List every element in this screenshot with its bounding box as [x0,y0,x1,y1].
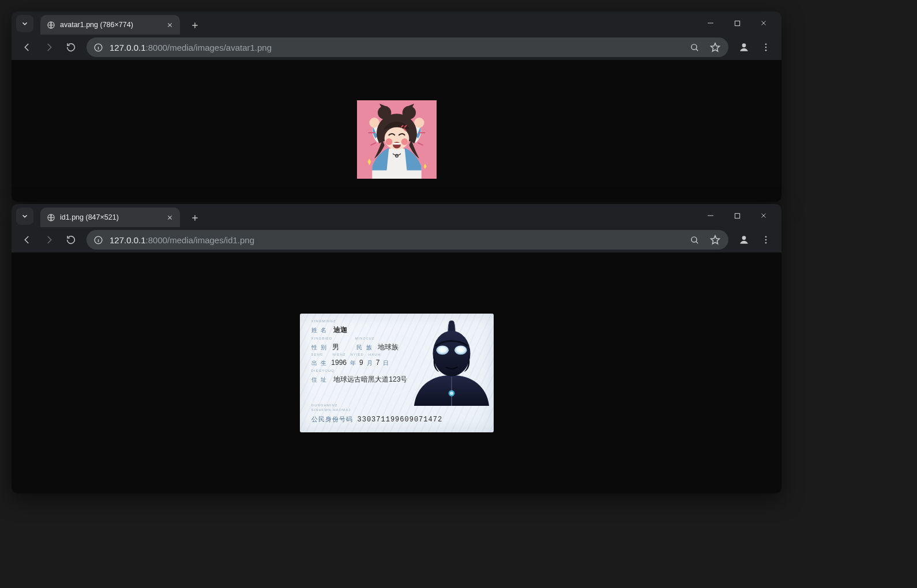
reload-icon [66,235,76,245]
zoom-button[interactable] [687,232,702,247]
tab-close-button[interactable] [165,20,174,29]
close-window-button[interactable] [750,14,777,32]
minimize-button[interactable] [697,14,724,32]
id-month-unit: 月 [367,359,373,367]
reload-button[interactable] [61,230,81,250]
svg-marker-24 [711,236,720,244]
url-host: 127.0.0.1 [110,43,146,52]
plus-icon [191,214,199,222]
avatar-image [357,100,437,179]
browser-toolbar: 127.0.0.1:8000/media/images/id1.png [12,227,781,252]
url-text: 127.0.0.1:8000/media/images/avatar1.png [110,43,272,52]
svg-point-10 [369,118,379,127]
id-birth-label: 出 生 [311,359,328,367]
browser-window-top: avatar1.png (786×774) [12,12,781,202]
site-info-button[interactable] [92,234,104,246]
id-photo [412,321,491,406]
maximize-icon [734,20,741,27]
content-area[interactable] [12,60,781,202]
id-number-value: 330371199609071472 [358,416,443,424]
user-icon [738,42,750,53]
info-icon [93,43,103,52]
arrow-left-icon [22,42,32,52]
arrow-right-icon [44,235,54,245]
globe-icon [46,213,55,222]
window-controls [697,12,777,35]
svg-point-17 [393,142,401,149]
bookmark-button[interactable] [708,40,723,55]
id-pinyin: XINGBIED [311,337,333,340]
id-birth-month: 9 [359,359,363,367]
id-pinyin: SENG NIENZ NYIED HAUH [311,353,381,356]
reload-icon [66,42,76,52]
back-button[interactable] [17,37,37,57]
svg-point-7 [765,47,767,48]
user-icon [738,234,750,246]
svg-rect-18 [393,143,401,145]
star-icon [710,235,720,245]
id-name-value: 迪迦 [333,325,347,335]
address-bar[interactable]: 127.0.0.1:8000/media/images/id1.png [87,230,728,250]
close-icon [167,22,173,28]
menu-button[interactable] [756,230,776,250]
profile-button[interactable] [734,37,754,57]
id-addr-value: 地球远古暗黑大道123号 [333,375,407,385]
content-area[interactable]: XINGMINGZ 姓 名 迪迦 XINGBIED MINZCUZ 性 别 男 … [12,252,781,493]
svg-point-33 [450,391,453,395]
maximize-button[interactable] [724,14,750,32]
id-birth-year: 1996 [331,359,347,367]
svg-point-27 [765,239,767,241]
profile-button[interactable] [734,230,754,250]
new-tab-button[interactable] [187,17,203,33]
star-icon [710,42,720,52]
forward-button[interactable] [39,37,59,57]
id-pinyin: SINHFWN HAOMAJ [311,408,351,412]
maximize-button[interactable] [724,206,750,225]
menu-button[interactable] [756,37,776,57]
id-ethnic-label: 民 族 [356,344,373,352]
tab-search-button[interactable] [16,208,33,225]
id-year-unit: 年 [350,359,356,367]
svg-point-6 [765,43,767,45]
close-window-button[interactable] [750,206,777,225]
svg-point-11 [414,118,424,127]
tab-strip: avatar1.png (786×774) [12,12,781,35]
tab-search-button[interactable] [16,15,33,32]
kebab-icon [761,42,771,52]
address-bar[interactable]: 127.0.0.1:8000/media/images/avatar1.png [87,37,728,57]
url-path: /media/images/avatar1.png [167,43,272,52]
back-button[interactable] [17,230,37,250]
id-sex-value: 男 [332,342,339,352]
id-name-label: 姓 名 [311,326,328,334]
maximize-icon [734,213,741,219]
browser-toolbar: 127.0.0.1:8000/media/images/avatar1.png [12,35,781,60]
id-card-image: XINGMINGZ 姓 名 迪迦 XINGBIED MINZCUZ 性 别 男 … [300,314,494,432]
url-path: /media/images/id1.png [167,235,254,245]
forward-button[interactable] [39,230,59,250]
chevron-down-icon [21,20,29,28]
browser-tab[interactable]: id1.png (847×521) [40,208,180,227]
id-sex-label: 性 别 [311,344,328,352]
svg-point-31 [454,345,467,355]
new-tab-button[interactable] [187,210,203,226]
id-pinyin: XINGMINGZ [311,319,336,323]
globe-icon [46,20,55,29]
svg-point-8 [765,50,767,51]
site-info-button[interactable] [92,42,104,53]
browser-tab[interactable]: avatar1.png (786×774) [40,15,180,35]
reload-button[interactable] [61,37,81,57]
minimize-button[interactable] [697,206,724,225]
browser-window-bottom: id1.png (847×521) [12,204,781,493]
url-host: 127.0.0.1 [110,235,146,245]
arrow-left-icon [22,235,32,245]
arrow-right-icon [44,42,54,52]
id-birth-day: 7 [376,359,380,367]
bookmark-button[interactable] [708,232,723,247]
svg-point-30 [436,345,449,355]
svg-point-25 [742,236,746,240]
tab-close-button[interactable] [165,213,174,222]
id-pinyin: MINZCUZ [355,337,375,340]
id-pinyin: GUNGHMINZ [311,404,338,407]
chevron-down-icon [21,212,29,220]
zoom-button[interactable] [687,40,702,55]
